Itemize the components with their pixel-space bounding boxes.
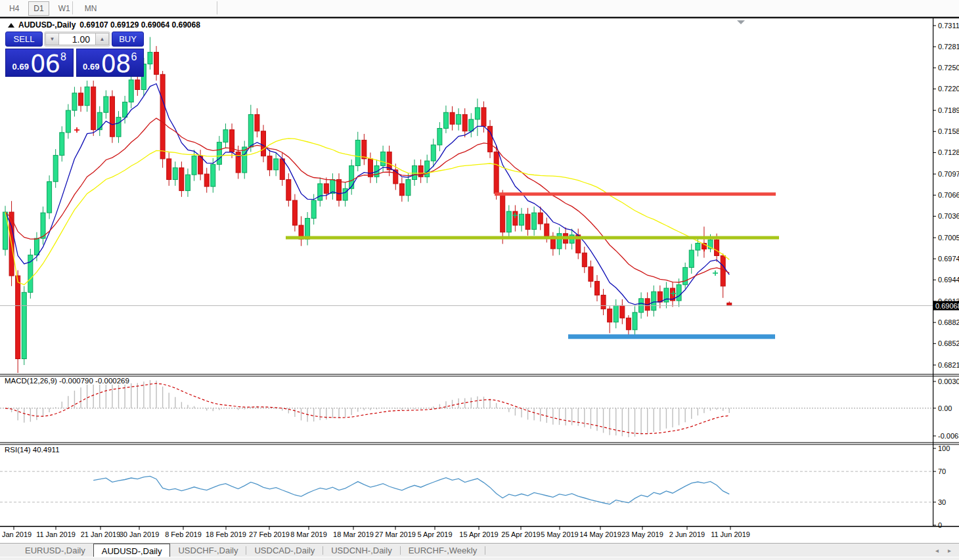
macd-axis: 0.0030350.00-0.006311	[933, 377, 959, 440]
rsi-axis-label: 0	[938, 521, 942, 529]
price-axis-border	[933, 18, 933, 527]
sell-button[interactable]: SELL	[5, 32, 43, 47]
tabbar-left-pad	[0, 544, 17, 557]
chart-ohlc-values: 0.69107 0.69129 0.69064 0.69068	[79, 20, 200, 30]
time-axis-label: 30 Jan 2019	[120, 530, 160, 538]
time-axis-label: 5 Apr 2019	[417, 530, 452, 538]
time-axis-label: 11 Jun 2019	[711, 530, 750, 538]
rsi-line	[93, 476, 729, 504]
price-axis-label: 0.69745	[938, 255, 959, 263]
support-olive-line[interactable]	[286, 236, 779, 240]
time-axis-label: 8 Mar 2019	[290, 530, 327, 538]
price-axis-label: 0.71280	[938, 148, 959, 156]
rsi-indicator-label: RSI(14) 40.4911	[3, 446, 61, 454]
trade-marker-icon	[713, 270, 718, 276]
tab-usdcad-daily[interactable]: USDCAD-,Daily	[246, 544, 323, 557]
panel-separator	[0, 442, 959, 443]
volume-increase-button[interactable]: ▲	[95, 33, 109, 45]
tab-scroll-left-icon[interactable]: ◂	[935, 547, 939, 554]
macd-indicator-label: MACD(12,26,9) -0.000790 -0.000269	[3, 377, 131, 385]
buy-price-box[interactable]: 0.69 08 6	[76, 49, 145, 77]
tab-audusd-daily[interactable]: AUDUSD-,Daily	[93, 544, 171, 557]
buy-price-pip-digit: 6	[131, 51, 137, 63]
price-axis-label: 0.68520	[938, 339, 959, 347]
buy-button[interactable]: BUY	[112, 32, 144, 47]
price-axis-label: 0.68210	[938, 361, 959, 369]
trading-platform-window: { "toolbar": { "timeframes": [ {"label":…	[0, 0, 959, 560]
timeframe-button-h4[interactable]: H4	[4, 1, 24, 16]
time-axis-label: 27 Mar 2019	[375, 530, 416, 538]
price-axis-label: 0.70970	[938, 170, 959, 178]
timeframe-button-mn[interactable]: MN	[79, 1, 102, 16]
price-axis-label: 0.72810	[938, 43, 959, 51]
tab-separator	[485, 546, 485, 555]
resistance-red-line[interactable]	[495, 192, 776, 196]
ma-mid-line	[5, 118, 729, 282]
sell-price-pip-digit: 8	[60, 51, 66, 63]
price-axis-label: 0.69440	[938, 276, 959, 284]
chart-header: AUDUSD-,Daily 0.69107 0.69129 0.69064 0.…	[6, 20, 202, 30]
tab-usdchf-daily[interactable]: USDCHF-,Daily	[170, 544, 246, 557]
time-axis-label: 23 May 2019	[621, 530, 663, 538]
sell-price-big-digits: 06	[30, 53, 60, 75]
time-axis-label: 11 Jan 2019	[36, 530, 76, 538]
timeframe-button-d1[interactable]: D1	[28, 1, 49, 16]
price-axis-label: 0.71890	[938, 106, 959, 114]
chart-canvas[interactable]: 0.731150.728100.725050.722000.718900.715…	[0, 0, 959, 560]
volume-input[interactable]: 1.00	[59, 33, 95, 45]
status-bar	[0, 557, 959, 560]
panel-separator	[0, 376, 959, 376]
macd-axis-label: 0.00	[938, 404, 952, 412]
one-click-trade-panel: SELL ▼ 1.00 ▲ BUY 0.69 06 8 0.69 08 6	[5, 32, 144, 77]
price-axis-label: 0.70050	[938, 234, 959, 242]
price-axis-label: 0.73115	[938, 22, 959, 30]
rsi-axis: 10070300	[933, 444, 950, 529]
price-axis: 0.731150.728100.725050.722000.718900.715…	[933, 22, 959, 369]
timeframe-toolbar: H4D1W1MN	[0, 0, 959, 17]
sell-price-prefix: 0.69	[12, 62, 29, 72]
price-axis-label: 0.70665	[938, 191, 959, 199]
rsi-axis-label: 70	[938, 467, 946, 475]
current-price-tag-text: 0.69068	[935, 302, 959, 310]
time-axis-label: 27 Feb 2019	[249, 530, 290, 538]
tab-eurchf-weekly[interactable]: EURCHF-,Weekly	[401, 544, 485, 557]
time-axis-label: 8 Feb 2019	[165, 530, 202, 538]
panel-separator	[0, 444, 959, 444]
symbol-tab-bar: EURUSD-,DailyAUDUSD-,DailyUSDCHF-,DailyU…	[0, 543, 959, 557]
chart-symbol-label: AUDUSD-,Daily	[18, 20, 76, 30]
ma-slow-line	[5, 139, 729, 285]
macd-axis-label: 0.003035	[938, 377, 959, 385]
trade-marker-icon	[74, 127, 79, 133]
toolbar-separator	[72, 1, 73, 14]
tab-scroll-right-icon[interactable]: ▸	[948, 547, 951, 554]
support-blue-line[interactable]	[568, 334, 775, 339]
tab-eurusd-daily[interactable]: EURUSD-,Daily	[17, 544, 93, 557]
time-axis-label: 25 Apr 2019	[501, 530, 540, 538]
collapse-trade-panel-icon[interactable]	[8, 23, 14, 28]
volume-decrease-button[interactable]: ▼	[45, 33, 59, 45]
price-axis-label: 0.72505	[938, 64, 959, 72]
price-axis-label: 0.72200	[938, 85, 959, 93]
panel-separator	[0, 374, 959, 375]
chart-shift-marker-icon[interactable]	[737, 20, 745, 24]
price-axis-label: 0.70360	[938, 212, 959, 220]
time-axis-label: 18 Mar 2019	[333, 530, 374, 538]
sell-price-box[interactable]: 0.69 06 8	[5, 49, 74, 77]
buy-price-prefix: 0.69	[83, 62, 99, 72]
candlestick-series	[3, 37, 732, 374]
buy-price-big-digits: 08	[100, 53, 130, 75]
price-axis-label: 0.71585	[938, 127, 959, 135]
chart-window-border	[0, 17, 959, 18]
tab-usdcnh-daily[interactable]: USDCNH-,Daily	[323, 544, 399, 557]
rsi-axis-label: 100	[938, 444, 950, 452]
toolbar-separator	[217, 1, 217, 14]
time-axis: 2 Jan 201911 Jan 201921 Jan 201930 Jan 2…	[0, 526, 750, 538]
time-axis-label: 2 Jun 2019	[669, 530, 705, 538]
macd-axis-label: -0.006311	[938, 432, 959, 440]
macd-signal-line	[5, 383, 729, 434]
time-axis-label: 5 May 2019	[541, 530, 578, 538]
price-axis-label: 0.68825	[938, 318, 959, 326]
tab-scroll-arrows: ◂ ▸	[935, 544, 959, 557]
time-axis-label: 2 Jan 2019	[0, 530, 32, 538]
time-axis-separator	[0, 526, 959, 527]
